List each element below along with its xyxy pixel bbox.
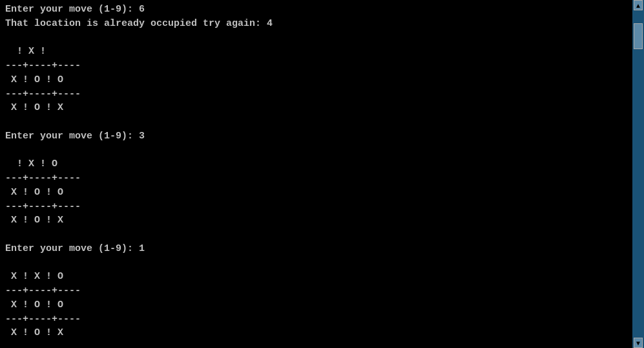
scrollbar-thumb[interactable] bbox=[634, 23, 643, 49]
terminal-output: Enter your move (1-9): 6 That location i… bbox=[0, 0, 632, 348]
scrollbar-arrow-down[interactable]: ▼ bbox=[634, 338, 643, 348]
scrollbar[interactable]: ▲ ▼ bbox=[632, 0, 644, 348]
scrollbar-arrow-up[interactable]: ▲ bbox=[634, 0, 643, 10]
